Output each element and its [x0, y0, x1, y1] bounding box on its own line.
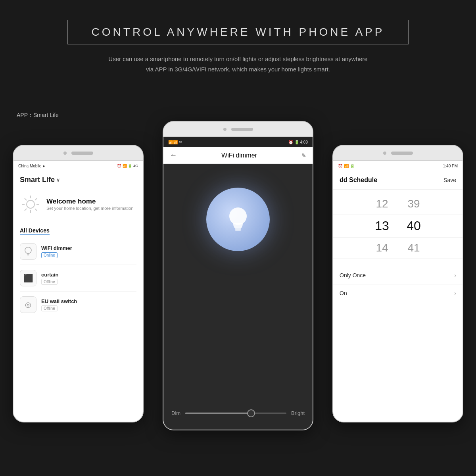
time-minute-3: 41: [404, 242, 424, 254]
left-status-left: China Mobile ●: [18, 164, 45, 168]
device-name-curtain: curtain: [41, 272, 58, 278]
slider-thumb[interactable]: [247, 409, 255, 417]
sun-svg-graphic: [20, 194, 42, 215]
svg-line-8: [25, 209, 27, 211]
time-hour-2: 13: [372, 219, 392, 233]
action-label: On: [340, 290, 347, 296]
welcome-title: Welcome home: [46, 198, 134, 205]
device-icon-curtain: ⬛: [20, 270, 36, 286]
frequency-chevron-icon: ›: [454, 272, 456, 278]
left-status-right: ⏰ 📶 🔋 4G: [117, 164, 138, 168]
welcome-section: Welcome home Set your home location, get…: [13, 187, 143, 222]
bright-label: Bright: [291, 410, 305, 416]
curtain-icon: ⬛: [23, 273, 33, 283]
right-phone: ⏰ 📶 🔋 1:40 PM dd Schedule Save 12 39 13 …: [332, 145, 463, 422]
time-minute-2: 40: [404, 219, 424, 233]
left-phone-content: Smart Life ∨: [13, 171, 143, 422]
schedule-options: Only Once › On ›: [333, 267, 463, 302]
device-status-switch: Offline: [41, 305, 58, 311]
wifi-dimmer-content: Dim Bright: [163, 164, 313, 430]
device-item-wifi[interactable]: WiFi dimmer Online: [20, 238, 136, 265]
right-phone-content: dd Schedule Save 12 39 13 40 14 41: [333, 171, 463, 422]
right-speaker: [391, 152, 413, 155]
dim-slider-row: Dim Bright: [171, 410, 305, 416]
smart-life-chevron[interactable]: ∨: [56, 177, 60, 183]
light-bulb-circle[interactable]: [206, 188, 270, 251]
action-chevron-icon: ›: [454, 290, 456, 296]
device-name-wifi: WiFi dimmer: [41, 245, 72, 251]
time-row-2: 13 40: [333, 215, 463, 238]
device-item-switch[interactable]: ◎ EU wall switch Offline: [20, 292, 136, 318]
svg-line-6: [35, 209, 37, 211]
device-info-switch: EU wall switch Offline: [41, 298, 77, 311]
svg-rect-11: [235, 228, 241, 230]
middle-phone: 📶📶 ✉ ⏰ 🔋 4:09 ← WiFi dimmer ✎: [163, 121, 313, 430]
middle-status-left: 📶📶 ✉: [168, 140, 182, 144]
device-name-switch: EU wall switch: [41, 298, 77, 304]
svg-point-0: [27, 200, 35, 208]
frequency-label: Only Once: [340, 272, 366, 278]
brightness-slider[interactable]: [185, 413, 286, 414]
welcome-text: Welcome home Set your home location, get…: [46, 198, 134, 211]
middle-phone-content: ← WiFi dimmer ✎ Dim: [163, 147, 313, 430]
device-item-curtain[interactable]: ⬛ curtain Offline: [20, 265, 136, 292]
bulb-svg: [222, 203, 254, 235]
device-icon-wifi: [20, 243, 36, 260]
phones-container: China Mobile ● ⏰ 📶 🔋 4G Smart Life ∨: [0, 121, 476, 466]
right-phone-top-bar: [333, 146, 463, 161]
schedule-option-frequency[interactable]: Only Once ›: [333, 267, 463, 284]
back-arrow-icon[interactable]: ←: [170, 151, 177, 159]
devices-section: All Devices WiFi dimmer Online: [13, 222, 143, 323]
time-row-1: 12 39: [333, 194, 463, 215]
speaker: [71, 152, 93, 155]
sun-icon: [20, 194, 42, 215]
time-hour-1: 12: [372, 198, 392, 210]
right-status-left: ⏰ 📶 🔋: [338, 164, 355, 168]
middle-status-bar: 📶📶 ✉ ⏰ 🔋 4:09: [163, 137, 313, 147]
time-row-3: 14 41: [333, 238, 463, 259]
schedule-time-picker: 12 39 13 40 14 41: [333, 190, 463, 263]
middle-speaker: [231, 128, 253, 131]
svg-point-9: [25, 247, 31, 253]
device-info-wifi: WiFi dimmer Online: [41, 245, 72, 258]
device-status-wifi: Online: [41, 252, 58, 258]
app-label: APP：Smart Life: [17, 112, 59, 119]
left-phone-top-bar: [13, 146, 143, 161]
svg-line-7: [35, 198, 37, 200]
schedule-title: dd Schedule: [340, 177, 377, 184]
left-status-bar: China Mobile ● ⏰ 📶 🔋 4G: [13, 161, 143, 171]
middle-camera-dot: [223, 128, 226, 131]
edit-icon[interactable]: ✎: [301, 152, 306, 159]
device-status-curtain: Offline: [41, 279, 58, 285]
time-hour-3: 14: [372, 242, 392, 254]
right-status-bar: ⏰ 📶 🔋 1:40 PM: [333, 161, 463, 171]
page-title: CONTROL ANYWHERE WITH PHONE APP: [92, 26, 385, 38]
left-phone: China Mobile ● ⏰ 📶 🔋 4G Smart Life ∨: [13, 145, 144, 422]
right-camera-dot: [383, 152, 386, 155]
svg-point-10: [229, 207, 247, 225]
wifi-header: ← WiFi dimmer ✎: [163, 147, 313, 164]
device-icon-switch: ◎: [20, 296, 36, 313]
smart-life-title: Smart Life ∨: [20, 176, 136, 184]
wifi-dimmer-title: WiFi dimmer: [221, 152, 257, 159]
middle-phone-top-bar: [163, 122, 313, 137]
subtitle: User can use a smartphone to remotely tu…: [75, 54, 401, 74]
device-info-curtain: curtain Offline: [41, 272, 58, 285]
schedule-save[interactable]: Save: [443, 177, 456, 183]
middle-status-right: ⏰ 🔋 4:09: [288, 140, 308, 144]
devices-title: All Devices: [20, 227, 50, 235]
slider-fill: [185, 413, 251, 414]
svg-rect-12: [235, 230, 241, 231]
time-minute-1: 39: [404, 198, 424, 210]
title-border: CONTROL ANYWHERE WITH PHONE APP: [67, 20, 409, 44]
switch-icon: ◎: [25, 300, 31, 309]
right-status-right: 1:40 PM: [443, 164, 458, 168]
welcome-subtitle: Set your home location, get more informa…: [46, 205, 134, 211]
schedule-option-action[interactable]: On ›: [333, 284, 463, 302]
smart-life-header: Smart Life ∨: [13, 171, 143, 187]
header-section: CONTROL ANYWHERE WITH PHONE APP User can…: [0, 0, 476, 82]
dim-label: Dim: [171, 410, 180, 416]
schedule-header: dd Schedule Save: [333, 171, 463, 190]
camera-dot: [63, 152, 67, 155]
svg-line-5: [25, 198, 27, 200]
